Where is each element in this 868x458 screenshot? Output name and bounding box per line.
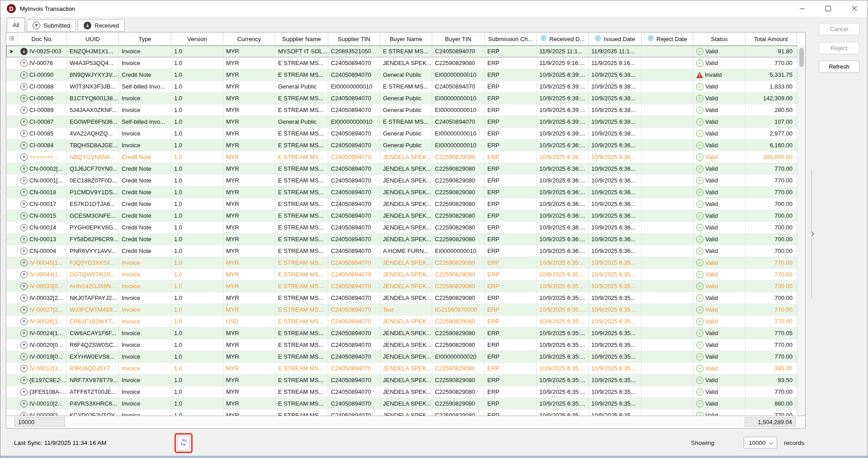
- table-row[interactable]: IV-0925-003ENZQHJM1X1...Invoice1.0MYRMYS…: [6, 46, 805, 57]
- side-panel-splitter[interactable]: [809, 170, 815, 299]
- close-button[interactable]: [841, 0, 868, 17]
- table-row[interactable]: IV-00032[2...NKJ0TAFPAYJ2...Invoice1.0MY…: [6, 292, 805, 304]
- column-header-issued-date[interactable]: Issued Date: [589, 33, 642, 45]
- column-header-reject-date[interactable]: Reject Date: [642, 33, 693, 45]
- cell-version: 1.0: [171, 128, 223, 140]
- maximize-button[interactable]: [815, 0, 841, 17]
- table-row[interactable]: IV-00045[1...FJQ3YD3XK5X...Invoice1.0MYR…: [6, 257, 805, 269]
- status-text: Valid: [705, 294, 718, 301]
- table-row[interactable]: CN-00001[...0EC188Z07F0D...Credit Note1.…: [6, 175, 805, 187]
- table-row[interactable]: IV-00009[2...KCYP02F2VTOY...Invoice1.0MY…: [6, 410, 805, 416]
- cell-uuid: W0T3NX3F3JB...: [67, 81, 119, 93]
- cell-version: 1.0: [171, 363, 223, 374]
- table-row[interactable]: IV-00010[2...P4VRS3XHRC6...Invoice1.0MYR…: [6, 398, 805, 410]
- table-row[interactable]: CN-00015GCESM3GNFE...Credit Note1.0MYRE …: [6, 210, 805, 222]
- table-row[interactable]: CN-00017ES7KD1DTJA6...Credit Note1.0MYRE…: [6, 198, 805, 210]
- refresh-button[interactable]: Refresh: [819, 61, 859, 73]
- table-row[interactable]: {3FE5108A-...ATFF6TZT00JE...Invoice1.0MY…: [6, 386, 805, 398]
- table-row[interactable]: CN-00002[...Q1J6JCF70YN0...Credit Note1.…: [6, 163, 805, 175]
- column-header-received-d[interactable]: Received D...: [537, 33, 589, 45]
- cell-doc-no: IV-00026[1...: [18, 316, 67, 327]
- scrollbar-thumb[interactable]: [799, 48, 804, 67]
- table-row[interactable]: IV-00076W4A3P53QQ4...Invoice1.0MYRE STRE…: [6, 57, 805, 69]
- column-header-type[interactable]: Type: [119, 33, 171, 45]
- doc-no-text: IV-00012[3...: [29, 365, 63, 372]
- column-header-supplier-name[interactable]: Supplier Name: [275, 33, 328, 45]
- up-arrow-circle-icon: [20, 189, 28, 196]
- table-row[interactable]: CN-00018P1CMDV9Y1DS...Credit Note1.0MYRE…: [6, 187, 805, 198]
- table-row[interactable]: IV-00027[2...WJ3FCMTM489...Invoice1.0MYR…: [6, 304, 805, 316]
- cell-version: 1.0: [171, 57, 223, 69]
- table-row[interactable]: CI-00086B1CTYQ600138...Invoice1.0MYRE ST…: [6, 93, 805, 104]
- cell-issued-date: 10/9/2025 6:35...: [589, 410, 642, 416]
- cell-buyer-name: A HOME FURN...: [380, 245, 432, 257]
- cell-doc-no: CN-00018: [18, 187, 67, 198]
- records-count-dropdown[interactable]: 10000: [744, 437, 777, 449]
- cancel-button[interactable]: Cancel: [819, 23, 859, 35]
- cell-type: Credit Note: [119, 151, 171, 163]
- table-row[interactable]: CI-000908N9QWJYXY3V...Credit Note1.0MYRE…: [6, 69, 805, 81]
- cell-status: ✓Valid: [693, 316, 745, 327]
- sync-refresh-button[interactable]: [177, 436, 190, 450]
- column-header-version[interactable]: Version: [171, 33, 223, 45]
- row-indicator-cell: [6, 374, 18, 386]
- status-text: Valid: [705, 177, 718, 184]
- minimize-button[interactable]: [789, 0, 815, 17]
- cell-version: 1.0: [171, 151, 223, 163]
- expand-panel-chevron-icon[interactable]: [810, 232, 814, 236]
- cell-reject-date: [642, 339, 693, 351]
- column-header-buyer-tin[interactable]: Buyer TIN: [432, 33, 485, 45]
- table-row[interactable]: IV-00019[0...EXYHW0EVS8...Invoice1.0MYRE…: [6, 351, 805, 363]
- cell-version: 1.0: [171, 210, 223, 222]
- table-row[interactable]: IV-00012[3...R9R36QDJ5Y7...Invoice1.0MYR…: [6, 363, 805, 374]
- column-chooser-header[interactable]: [6, 33, 18, 45]
- column-header-supplier-tin[interactable]: Supplier TIN: [328, 33, 380, 45]
- doc-no-text: CI-00085: [29, 130, 53, 137]
- table-row[interactable]: CN-00014PYGH0EPKV6G...Credit Note1.0MYRE…: [6, 222, 805, 234]
- column-header-total-amount[interactable]: Total Amount: [745, 33, 797, 45]
- cell-type: Invoice: [119, 327, 171, 339]
- cell-received-date: 10/9/2025 6:35:...: [537, 280, 589, 292]
- cell-reject-date: [642, 386, 693, 398]
- table-row[interactable]: {E197C9E2-...NRF7XV878T79...Invoice1.0MY…: [6, 374, 805, 386]
- table-row[interactable]: CN-00013FY58D62P6CR9...Credit Note1.0MYR…: [6, 234, 805, 245]
- table-row[interactable]: CI-000895J4JAAX0ZKNF...Invoice1.0MYRE ST…: [6, 104, 805, 116]
- records-count-value: 10000: [749, 439, 766, 446]
- table-row[interactable]: IV-00020[0...R6F4QZSW0SC...Invoice1.0MYR…: [6, 339, 805, 351]
- reject-button[interactable]: Reject: [819, 42, 859, 54]
- column-header-status[interactable]: Status: [693, 33, 745, 45]
- tab-received[interactable]: Received: [78, 19, 125, 32]
- cell-status: ✓Valid: [693, 116, 745, 128]
- cell-currency: MYR: [223, 104, 275, 116]
- cell-buyer-tin: C22590829080: [432, 175, 485, 187]
- column-header-doc-no[interactable]: Doc No.: [18, 33, 67, 45]
- column-header-submission-ch[interactable]: Submission Ch...: [485, 33, 537, 45]
- down-arrow-circle-icon: [84, 22, 91, 29]
- cell-type: Invoice: [119, 363, 171, 374]
- row-indicator-cell: [6, 327, 18, 339]
- vertical-scrollbar[interactable]: [797, 45, 805, 416]
- column-header-currency[interactable]: Currency: [223, 33, 275, 45]
- cell-buyer-tin: C22590829080: [432, 327, 485, 339]
- tab-submitted[interactable]: Submitted: [27, 19, 76, 32]
- table-row[interactable]: =======...NBQYGVN6N8...Credit Note1.0MYR…: [6, 151, 805, 163]
- table-row[interactable]: CI-00084TBQHSD8AJGE...Invoice1.0MYRE STR…: [6, 140, 805, 151]
- cell-issued-date: 10/9/2025 6:35...: [589, 292, 642, 304]
- table-row[interactable]: CN-00004PNR6VYY1AVV...Credit Note1.0MYRE…: [6, 245, 805, 257]
- column-header-uuid[interactable]: UUID: [67, 33, 119, 45]
- table-row[interactable]: CI-000854VA22AQHZQ...Invoice1.0MYRE STRE…: [6, 128, 805, 140]
- cell-currency: MYR: [223, 128, 275, 140]
- cell-status: ✓Valid: [693, 128, 745, 140]
- table-body: IV-0925-003ENZQHJM1X1...Invoice1.0MYRMYS…: [6, 46, 805, 416]
- table-row[interactable]: CI-00088W0T3NX3F3JB...Self-billed Invo..…: [6, 81, 805, 93]
- table-row[interactable]: IV-00026[1...CR61F1B2WXT...Invoice1.0USD…: [6, 316, 805, 327]
- table-row[interactable]: IV-00033[0...AHN14ZGJX8N...Invoice1.0MYR…: [6, 280, 805, 292]
- table-row[interactable]: IV-00024[1...CW6ACAY1F6F...Invoice1.0MYR…: [6, 327, 805, 339]
- cell-buyer-tin: C22590829080: [432, 210, 485, 222]
- column-header-buyer-name[interactable]: Buyer Name: [380, 33, 432, 45]
- cell-uuid: NBQYGVN6N8...: [67, 151, 119, 163]
- cell-doc-no: CN-00015: [18, 210, 67, 222]
- table-row[interactable]: CI-00087EG0WPE6FN36...Self-billed Invo..…: [6, 116, 805, 128]
- table-row[interactable]: IV-00044[1...DGTQW9TR2R...Invoice1.0MYRE…: [6, 269, 805, 280]
- tab-all[interactable]: All: [7, 18, 25, 32]
